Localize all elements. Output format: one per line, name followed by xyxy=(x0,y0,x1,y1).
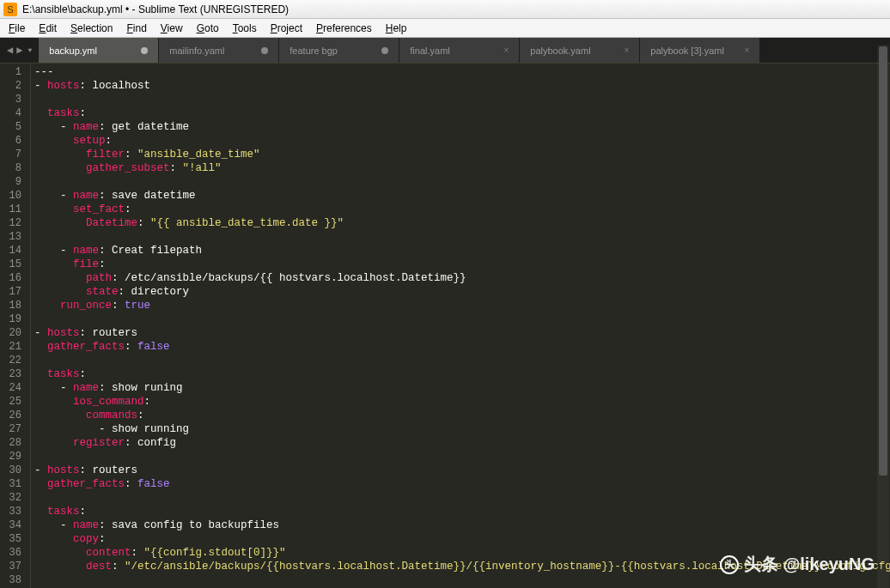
code-line[interactable]: run_once: true xyxy=(34,299,890,312)
menu-selection[interactable]: Selection xyxy=(64,20,119,37)
code-line[interactable] xyxy=(34,230,890,244)
code-line[interactable]: - name: Creat filepath xyxy=(34,244,890,258)
line-number: 35 xyxy=(5,532,21,546)
code-line[interactable] xyxy=(34,354,890,367)
code-line[interactable]: gather_facts: false xyxy=(34,340,890,354)
line-number: 21 xyxy=(5,340,21,354)
line-number: 9 xyxy=(5,175,21,189)
code-line[interactable] xyxy=(34,450,890,464)
code-line[interactable] xyxy=(34,93,890,106)
tab-feature-bgp[interactable]: feature bgp xyxy=(279,38,399,63)
line-number: 7 xyxy=(5,148,21,161)
menu-goto[interactable]: Goto xyxy=(190,20,226,37)
vertical-scrollbar[interactable] xyxy=(877,45,889,588)
line-number: 29 xyxy=(5,450,21,464)
code-line[interactable]: ios_command: xyxy=(34,395,890,409)
tab-dropdown-icon[interactable]: ▼ xyxy=(26,46,34,54)
line-number: 14 xyxy=(5,244,21,258)
line-number: 24 xyxy=(5,381,21,395)
tab-bar: ◀ ▶ ▼ backup.ymlmailinfo.yamlfeature bgp… xyxy=(0,38,890,64)
code-line[interactable]: - name: get datetime xyxy=(34,120,890,134)
line-number: 3 xyxy=(5,93,21,106)
tab-history-forward-icon[interactable]: ▶ xyxy=(15,44,24,57)
line-number: 33 xyxy=(5,505,21,518)
line-number: 2 xyxy=(5,79,21,93)
tab-close-icon[interactable]: × xyxy=(624,45,629,55)
code-line[interactable]: tasks: xyxy=(34,106,890,120)
code-line[interactable]: path: /etc/ansible/backups/{{ hostvars.l… xyxy=(34,271,890,285)
line-number-gutter: 1234567891011121314151617181920212223242… xyxy=(0,64,31,588)
line-number: 27 xyxy=(5,422,21,436)
code-line[interactable]: file: xyxy=(34,258,890,271)
line-number: 12 xyxy=(5,216,21,230)
line-number: 23 xyxy=(5,367,21,381)
code-line[interactable] xyxy=(34,312,890,326)
code-area[interactable]: ---- hosts: localhost tasks: - name: get… xyxy=(31,64,890,588)
line-number: 32 xyxy=(5,491,21,505)
code-line[interactable]: commands: xyxy=(34,409,890,422)
menu-file[interactable]: File xyxy=(2,20,32,37)
code-line[interactable]: gather_facts: false xyxy=(34,477,890,491)
tab-label: mailinfo.yaml xyxy=(169,45,244,56)
line-number: 20 xyxy=(5,326,21,340)
code-line[interactable]: - hosts: routers xyxy=(34,326,890,340)
line-number: 6 xyxy=(5,134,21,148)
tab-dirty-dot-icon xyxy=(381,47,388,54)
code-line[interactable]: - name: save datetime xyxy=(34,189,890,203)
code-line[interactable]: setup: xyxy=(34,134,890,148)
menu-view[interactable]: View xyxy=(154,20,190,37)
code-line[interactable] xyxy=(34,491,890,505)
line-number: 10 xyxy=(5,189,21,203)
tab-close-icon[interactable]: × xyxy=(503,45,509,55)
code-line[interactable]: state: directory xyxy=(34,285,890,299)
tab-mailinfo-yaml[interactable]: mailinfo.yaml xyxy=(159,38,279,63)
line-number: 34 xyxy=(5,518,21,532)
tab-close-icon[interactable]: × xyxy=(744,45,749,55)
tab-nav-arrows[interactable]: ◀ ▶ ▼ xyxy=(0,38,39,63)
tab-palybook-yaml[interactable]: palybook.yaml× xyxy=(520,38,640,63)
line-number: 11 xyxy=(5,203,21,216)
tab-final-yaml[interactable]: final.yaml× xyxy=(399,38,520,63)
menu-find[interactable]: Find xyxy=(119,20,153,37)
menu-edit[interactable]: Edit xyxy=(32,20,64,37)
line-number: 19 xyxy=(5,312,21,326)
code-line[interactable]: copy: xyxy=(34,532,890,546)
code-line[interactable]: Datetime: "{{ ansible_date_time.date }}" xyxy=(34,216,890,230)
tab-backup-yml[interactable]: backup.yml xyxy=(39,38,159,63)
menu-project[interactable]: Project xyxy=(264,20,309,37)
tab-history-back-icon[interactable]: ◀ xyxy=(5,44,15,57)
line-number: 4 xyxy=(5,106,21,120)
scrollbar-thumb[interactable] xyxy=(879,46,887,476)
line-number: 8 xyxy=(5,161,21,175)
line-number: 28 xyxy=(5,436,21,450)
code-line[interactable]: - show running xyxy=(34,422,890,436)
code-line[interactable]: - hosts: localhost xyxy=(34,79,890,93)
code-line[interactable]: - name: show runing xyxy=(34,381,890,395)
code-line[interactable]: tasks: xyxy=(34,505,890,518)
line-number: 15 xyxy=(5,258,21,271)
line-number: 38 xyxy=(5,573,21,587)
tab-palybook-3-yaml[interactable]: palybook [3].yaml× xyxy=(640,38,760,63)
code-line[interactable]: filter: "ansible_date_time" xyxy=(34,148,890,161)
menu-tools[interactable]: Tools xyxy=(226,20,264,37)
code-line[interactable]: --- xyxy=(34,65,890,79)
tab-label: feature bgp xyxy=(290,45,364,56)
code-line[interactable]: - name: sava config to backupfiles xyxy=(34,518,890,532)
title-bar: S E:\ansible\backup.yml • - Sublime Text… xyxy=(0,0,890,19)
line-number: 16 xyxy=(5,271,21,285)
menu-help[interactable]: Help xyxy=(379,20,414,37)
code-line[interactable]: - hosts: routers xyxy=(34,464,890,477)
code-line[interactable]: register: config xyxy=(34,436,890,450)
line-number: 1 xyxy=(5,65,21,79)
code-line[interactable] xyxy=(34,175,890,189)
editor[interactable]: 1234567891011121314151617181920212223242… xyxy=(0,64,890,588)
code-line[interactable]: tasks: xyxy=(34,367,890,381)
app-icon: S xyxy=(3,3,17,16)
line-number: 30 xyxy=(5,464,21,477)
code-line[interactable]: set_fact: xyxy=(34,203,890,216)
menu-preferences[interactable]: Preferences xyxy=(309,20,379,37)
menu-bar: FileEditSelectionFindViewGotoToolsProjec… xyxy=(0,19,890,38)
line-number: 5 xyxy=(5,120,21,134)
code-line[interactable]: gather_subset: "!all" xyxy=(34,161,890,175)
line-number: 31 xyxy=(5,477,21,491)
